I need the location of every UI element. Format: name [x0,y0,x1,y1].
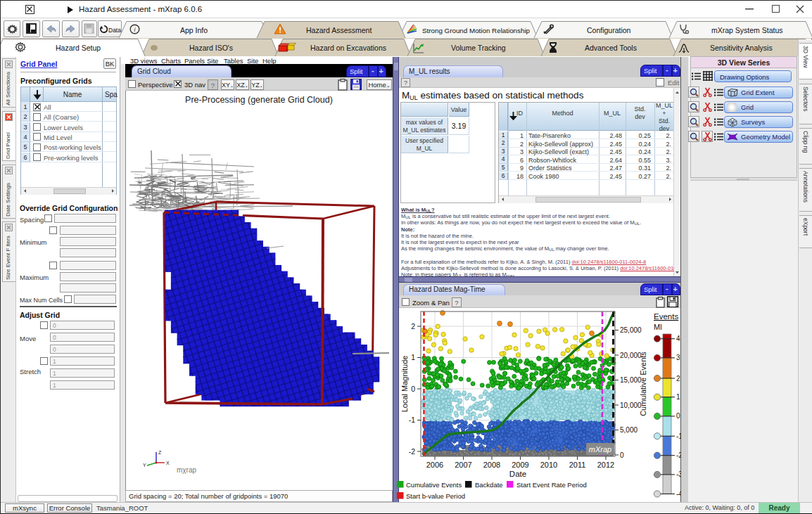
svg-text:Y: Y [143,463,146,468]
svg-text:X: X [166,461,170,465]
svg-text:Z: Z [158,450,162,455]
svg-text:2007: 2007 [455,461,471,469]
svg-text:2009: 2009 [512,461,528,469]
svg-text:Ml: Ml [654,323,662,331]
svg-text:Start b-value Period: Start b-value Period [406,492,465,500]
svg-text:Events: Events [654,312,678,321]
svg-text:2: 2 [676,375,680,383]
svg-text:Cumulative Events: Cumulative Events [639,352,647,416]
svg-text:-4: -4 [676,490,681,498]
svg-text:Cumulative Events: Cumulative Events [406,481,462,489]
svg-text:0: 0 [676,412,680,420]
svg-text:mχrap: mχrap [177,466,196,474]
svg-text:-1: -1 [409,416,415,424]
svg-text:2011: 2011 [569,461,586,469]
svg-text:Start Event Rate Period: Start Event Rate Period [516,481,587,489]
svg-text:25,000: 25,000 [620,326,642,334]
svg-text:2008: 2008 [483,461,500,469]
svg-text:5,000: 5,000 [620,426,637,434]
svg-text:-3: -3 [676,470,681,478]
svg-text:mXrap: mXrap [589,445,611,454]
svg-text:-2: -2 [676,451,681,459]
svg-text:-2: -2 [409,447,415,456]
svg-text:-1: -1 [676,432,681,440]
svg-text:Date: Date [509,470,526,478]
svg-text:0: 0 [620,451,624,459]
svg-text:Local Magnitude: Local Magnitude [400,356,409,413]
svg-text:2: 2 [411,322,415,330]
svg-text:Backdate: Backdate [475,481,503,489]
svg-text:3: 3 [676,354,680,361]
svg-text:2006: 2006 [426,461,443,469]
svg-text:4: 4 [676,335,680,342]
svg-text:0: 0 [411,385,415,393]
svg-text:2010: 2010 [540,461,557,469]
svg-text:1: 1 [676,393,680,401]
svg-text:2012: 2012 [597,461,614,469]
svg-text:i: i [134,26,137,33]
svg-text:1: 1 [411,353,415,361]
